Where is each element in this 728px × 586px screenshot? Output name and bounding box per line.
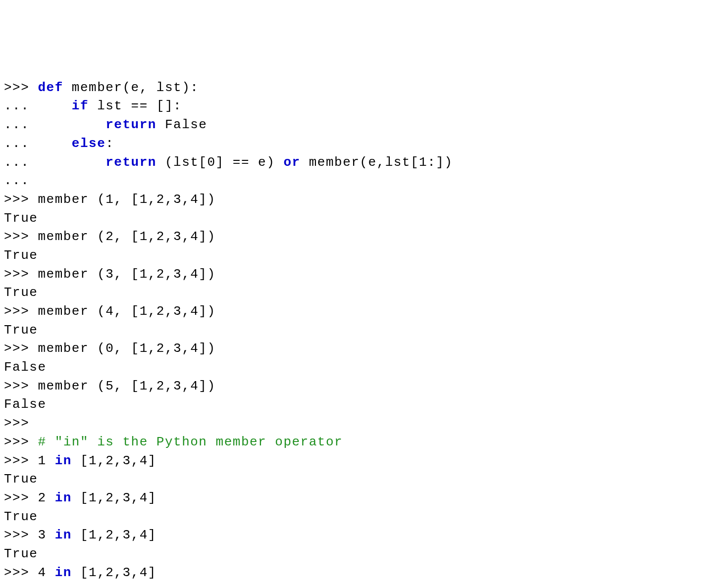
code-span-plain: False bbox=[4, 397, 47, 412]
code-line: True bbox=[4, 582, 724, 586]
code-span-plain: True bbox=[4, 285, 38, 300]
code-span-kw: return bbox=[105, 155, 156, 170]
code-span-kw: return bbox=[105, 117, 156, 132]
code-span-prompt: >>> bbox=[4, 435, 38, 449]
code-line: True bbox=[4, 470, 724, 489]
code-line: ... else: bbox=[4, 135, 724, 153]
code-span-plain: (lst[0] == e) bbox=[156, 155, 284, 170]
code-span-plain: : bbox=[105, 136, 114, 151]
code-span-kw: or bbox=[283, 155, 300, 170]
code-line: ... if lst == []: bbox=[4, 97, 724, 116]
code-span-plain: True bbox=[4, 546, 38, 561]
code-span-plain: member (5, [1,2,3,4]) bbox=[38, 379, 215, 393]
code-span-prompt: ... bbox=[4, 173, 29, 188]
code-span-plain: [1,2,3,4] bbox=[72, 490, 156, 505]
code-line: >>> bbox=[4, 414, 724, 433]
code-span-plain: member (0, [1,2,3,4]) bbox=[38, 341, 215, 356]
code-line: >>> 4 in [1,2,3,4] bbox=[4, 564, 724, 583]
code-span-plain: member (1, [1,2,3,4]) bbox=[38, 192, 215, 207]
code-span-prompt: >>> bbox=[4, 453, 38, 468]
python-repl-session: >>> def member(e, lst):... if lst == []:… bbox=[4, 79, 724, 586]
code-line: >>> 1 in [1,2,3,4] bbox=[4, 452, 724, 471]
code-span-kw: in bbox=[55, 490, 72, 505]
code-span-prompt: >>> bbox=[4, 379, 38, 393]
code-span-prompt: >>> bbox=[4, 565, 38, 580]
code-span-kw: def bbox=[38, 80, 63, 95]
code-span-prompt: ... bbox=[4, 117, 105, 132]
code-span-prompt: ... bbox=[4, 155, 105, 170]
code-span-plain: [1,2,3,4] bbox=[72, 528, 156, 542]
code-line: >>> member (5, [1,2,3,4]) bbox=[4, 377, 724, 396]
code-line: ... return (lst[0] == e) or member(e,lst… bbox=[4, 153, 724, 172]
code-line: ... bbox=[4, 172, 724, 191]
code-span-prompt: ... bbox=[4, 98, 72, 113]
code-line: >>> member (2, [1,2,3,4]) bbox=[4, 228, 724, 246]
code-line: True bbox=[4, 321, 724, 340]
code-line: True bbox=[4, 209, 724, 228]
code-line: True bbox=[4, 508, 724, 527]
code-span-plain: False bbox=[156, 117, 208, 132]
code-line: >>> # "in" is the Python member operator bbox=[4, 433, 724, 452]
code-span-prompt: >>> bbox=[4, 229, 38, 244]
code-span-prompt: >>> bbox=[4, 341, 38, 356]
code-span-plain: [1,2,3,4] bbox=[72, 565, 156, 580]
code-span-plain: member (3, [1,2,3,4]) bbox=[38, 267, 215, 282]
code-line: >>> def member(e, lst): bbox=[4, 79, 724, 98]
code-span-plain: member (4, [1,2,3,4]) bbox=[38, 304, 215, 319]
code-span-plain: 4 bbox=[38, 565, 54, 580]
code-line: False bbox=[4, 395, 724, 414]
code-line: >>> member (4, [1,2,3,4]) bbox=[4, 302, 724, 321]
code-span-kw: else bbox=[72, 136, 105, 151]
code-span-prompt: >>> bbox=[4, 80, 38, 95]
code-span-prompt: >>> bbox=[4, 304, 38, 319]
code-line: >>> 3 in [1,2,3,4] bbox=[4, 526, 724, 545]
code-span-plain: member(e,lst[1:]) bbox=[301, 155, 453, 170]
code-span-kw: in bbox=[55, 528, 72, 542]
code-span-plain: True bbox=[4, 472, 38, 487]
code-span-prompt: >>> bbox=[4, 490, 38, 505]
code-span-plain: True bbox=[4, 248, 38, 263]
code-line: >>> member (3, [1,2,3,4]) bbox=[4, 265, 724, 284]
code-line: False bbox=[4, 358, 724, 377]
code-line: >>> 2 in [1,2,3,4] bbox=[4, 489, 724, 508]
code-span-plain: lst == []: bbox=[89, 98, 182, 113]
code-line: True bbox=[4, 246, 724, 265]
code-line: >>> member (0, [1,2,3,4]) bbox=[4, 340, 724, 358]
code-span-plain: False bbox=[4, 360, 47, 375]
code-span-plain: True bbox=[4, 509, 38, 524]
code-span-plain: 1 bbox=[38, 453, 54, 468]
code-span-plain: [1,2,3,4] bbox=[72, 453, 156, 468]
code-span-kw: if bbox=[72, 98, 89, 113]
code-line: True bbox=[4, 545, 724, 564]
code-span-plain: 3 bbox=[38, 528, 54, 542]
code-span-plain: True bbox=[4, 211, 38, 226]
code-span-prompt: >>> bbox=[4, 267, 38, 282]
code-line: ... return False bbox=[4, 116, 724, 135]
code-span-plain: True bbox=[4, 323, 38, 338]
code-span-prompt: >>> bbox=[4, 192, 38, 207]
code-span-plain: member (2, [1,2,3,4]) bbox=[38, 229, 215, 244]
code-span-plain: 2 bbox=[38, 490, 54, 505]
code-line: >>> member (1, [1,2,3,4]) bbox=[4, 191, 724, 209]
code-line: True bbox=[4, 284, 724, 302]
code-span-prompt: ... bbox=[4, 136, 72, 151]
code-span-plain: True bbox=[4, 584, 38, 586]
code-span-kw: in bbox=[55, 453, 72, 468]
code-span-prompt: >>> bbox=[4, 416, 29, 431]
code-span-plain: member(e, lst): bbox=[63, 80, 199, 95]
code-span-comment: # "in" is the Python member operator bbox=[38, 435, 343, 449]
code-span-kw: in bbox=[55, 565, 72, 580]
code-span-prompt: >>> bbox=[4, 528, 38, 542]
